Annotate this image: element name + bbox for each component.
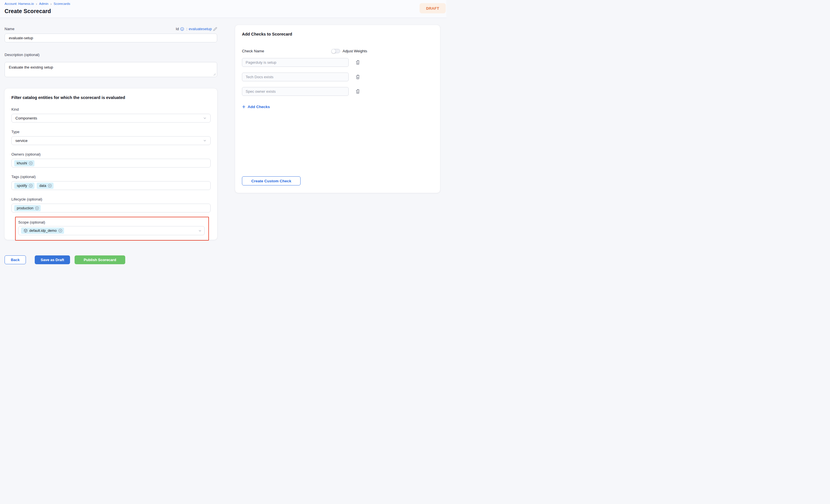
chip-label: production — [17, 206, 33, 210]
remove-chip-icon[interactable] — [48, 184, 52, 188]
scope-highlight-annotation: Scope (optional) default.idp_demo — [15, 217, 209, 241]
remove-chip-icon[interactable] — [29, 161, 33, 165]
owner-chip: khushi — [14, 160, 34, 166]
chip-label: default.idp_demo — [29, 229, 57, 233]
breadcrumb-account[interactable]: Account: Harness.io — [5, 2, 34, 5]
breadcrumb-separator-icon: › — [36, 2, 37, 5]
description-label: Description (optional) — [5, 53, 217, 57]
owners-field: Owners (optional) khushi — [11, 152, 211, 168]
check-name-input[interactable] — [242, 72, 349, 81]
description-input[interactable]: Evaluate the existing setup — [5, 62, 217, 77]
checks-panel: Add Checks to Scorecard Check Name Adjus… — [235, 25, 440, 193]
chevron-down-icon — [203, 116, 206, 120]
checks-panel-title: Add Checks to Scorecard — [242, 32, 433, 36]
filter-card-title: Filter catalog entities for which the sc… — [11, 95, 211, 100]
adjust-weights-toggle[interactable] — [331, 49, 340, 53]
tags-field: Tags (optional) spotify data — [11, 175, 211, 190]
delete-check-button[interactable] — [355, 89, 361, 94]
tag-chip: spotify — [14, 182, 34, 189]
check-row — [242, 87, 433, 96]
status-badge: DRAFT — [420, 3, 446, 13]
publish-scorecard-button[interactable]: Publish Scorecard — [74, 256, 125, 264]
delete-check-button[interactable] — [355, 74, 361, 80]
info-icon[interactable] — [180, 27, 184, 31]
check-row — [242, 72, 433, 81]
toggle-knob — [331, 49, 336, 54]
delete-check-button[interactable] — [355, 60, 361, 65]
scope-label: Scope (optional) — [18, 220, 205, 225]
name-label: Name — [5, 27, 14, 31]
scope-chips: default.idp_demo — [21, 228, 64, 234]
edit-pencil-icon[interactable] — [213, 27, 217, 31]
lifecycle-field: Lifecycle (optional) production — [11, 197, 211, 212]
filter-card: Filter catalog entities for which the sc… — [5, 89, 217, 240]
scope-chip: default.idp_demo — [21, 228, 64, 234]
page-title: Create Scorecard — [5, 8, 446, 14]
lifecycle-chip: production — [14, 205, 41, 211]
check-row — [242, 58, 433, 67]
save-as-draft-button[interactable]: Save as Draft — [35, 256, 70, 264]
scorecard-id-row: Id : evaluatesetup — [176, 27, 217, 31]
chevron-down-icon — [198, 229, 202, 233]
check-name-label: Check Name — [242, 49, 264, 53]
id-separator: : — [186, 27, 187, 31]
trash-icon — [355, 60, 360, 65]
adjust-weights-control: Adjust Weights — [331, 49, 367, 53]
trash-icon — [355, 74, 360, 79]
owners-input[interactable]: khushi — [11, 159, 211, 168]
check-name-input[interactable] — [242, 58, 349, 67]
kind-label: Kind — [11, 107, 211, 111]
kind-value: Components — [15, 116, 37, 120]
trash-icon — [355, 89, 360, 94]
chip-label: data — [39, 184, 46, 188]
resize-handle[interactable] — [213, 73, 216, 76]
breadcrumb-separator-icon: › — [51, 2, 52, 5]
check-header-row: Check Name Adjust Weights — [242, 49, 367, 53]
kind-field: Kind Components — [11, 107, 211, 123]
add-checks-label: Add Checks — [248, 105, 270, 109]
scope-select[interactable]: default.idp_demo — [18, 226, 205, 235]
chevron-down-icon — [203, 139, 206, 142]
scorecard-form: Name Id : evaluatesetup Description (opt… — [5, 27, 217, 264]
cube-icon — [24, 229, 28, 233]
create-custom-check-button[interactable]: Create Custom Check — [242, 176, 300, 186]
check-name-input[interactable] — [242, 87, 349, 96]
owners-label: Owners (optional) — [11, 152, 211, 157]
name-id-row: Name Id : evaluatesetup — [5, 27, 217, 31]
lifecycle-input[interactable]: production — [11, 204, 211, 212]
scorecard-id-value[interactable]: evaluatesetup — [189, 27, 212, 31]
page-header: Account: Harness.io › Admin › Scorecards… — [0, 0, 446, 18]
adjust-weights-label: Adjust Weights — [343, 49, 367, 53]
id-label: Id — [176, 27, 179, 31]
breadcrumb-admin[interactable]: Admin — [39, 2, 49, 5]
chip-label: khushi — [17, 161, 27, 165]
remove-chip-icon[interactable] — [58, 229, 62, 233]
lifecycle-label: Lifecycle (optional) — [11, 197, 211, 201]
description-field: Evaluate the existing setup — [5, 62, 217, 77]
remove-chip-icon[interactable] — [35, 206, 39, 210]
tags-label: Tags (optional) — [11, 175, 211, 179]
breadcrumb-scorecards[interactable]: Scorecards — [54, 2, 70, 5]
type-select[interactable]: service — [11, 136, 211, 145]
add-checks-button[interactable]: Add Checks — [242, 105, 270, 109]
type-field: Type service — [11, 130, 211, 145]
back-button[interactable]: Back — [5, 256, 26, 264]
chip-label: spotify — [17, 184, 27, 188]
breadcrumb: Account: Harness.io › Admin › Scorecards — [5, 1, 446, 6]
tag-chip: data — [37, 182, 54, 189]
type-value: service — [15, 138, 28, 143]
kind-select[interactable]: Components — [11, 114, 211, 123]
remove-chip-icon[interactable] — [29, 184, 33, 188]
plus-icon — [242, 105, 246, 109]
form-actions: Back Save as Draft Publish Scorecard — [5, 256, 217, 264]
name-input[interactable] — [5, 34, 217, 42]
type-label: Type — [11, 130, 211, 134]
tags-input[interactable]: spotify data — [11, 181, 211, 190]
